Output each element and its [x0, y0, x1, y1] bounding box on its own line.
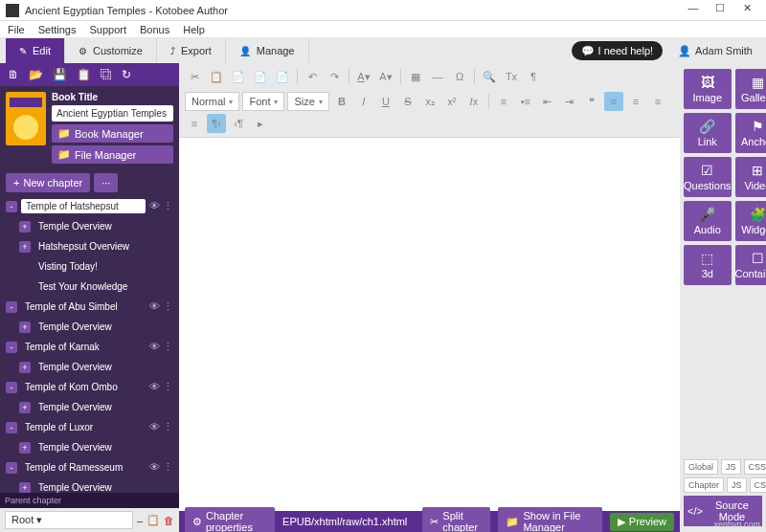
global-tab[interactable]: Global: [684, 459, 718, 475]
italic-icon[interactable]: I: [354, 92, 373, 111]
tab-export[interactable]: ⤴Export: [157, 38, 226, 63]
tree-node[interactable]: +Temple Overview: [4, 437, 175, 457]
more-icon[interactable]: ⋮: [163, 381, 173, 393]
help-button[interactable]: 💬I need help!: [572, 41, 664, 60]
align-left-icon[interactable]: ≡: [604, 92, 623, 111]
collapse-icon[interactable]: –: [137, 515, 143, 526]
tree-node[interactable]: Test Your Knowledge: [4, 277, 175, 297]
bold-icon[interactable]: B: [332, 92, 351, 111]
numbered-list-icon[interactable]: ≡: [494, 92, 513, 111]
user-menu[interactable]: 👤Adam Smith: [670, 38, 760, 63]
expand-icon[interactable]: +: [19, 221, 31, 233]
more-toolbar-icon[interactable]: ▸: [251, 114, 270, 133]
more-icon[interactable]: ⋮: [163, 341, 173, 353]
tree-node[interactable]: +Hatshepsut Overview: [4, 236, 175, 256]
insert-audio-button[interactable]: 🎤Audio: [684, 201, 732, 241]
content-editor[interactable]: [179, 138, 680, 511]
book-manager-button[interactable]: 📁Book Manager: [52, 124, 173, 143]
refresh-icon[interactable]: ↻: [122, 68, 131, 81]
tree-node[interactable]: -Temple of Abu Simbel👁⋮: [4, 297, 175, 317]
eye-icon[interactable]: 👁: [149, 461, 160, 474]
tree-node[interactable]: -Temple of Kom Ombo👁⋮: [4, 377, 175, 397]
root-select[interactable]: Root ▾: [5, 511, 133, 529]
menu-settings[interactable]: Settings: [38, 24, 77, 35]
expand-icon[interactable]: -: [6, 382, 17, 393]
insert-3d-button[interactable]: ⬚3d: [684, 245, 732, 285]
outdent-icon[interactable]: ⇤: [538, 92, 557, 111]
chapter-js[interactable]: JS: [727, 477, 747, 493]
close-button[interactable]: ✕: [733, 2, 760, 19]
chapter-properties-button[interactable]: ⚙Chapter properties: [185, 507, 275, 532]
menu-support[interactable]: Support: [89, 24, 126, 35]
eye-icon[interactable]: 👁: [149, 421, 160, 433]
find-icon[interactable]: 🔍: [480, 67, 499, 86]
copy-icon[interactable]: 📋: [207, 67, 226, 86]
new-file-icon[interactable]: 🗎: [8, 68, 19, 81]
insert-gallery-button[interactable]: ▦Gallery: [735, 69, 766, 109]
copy-tree-icon[interactable]: 📋: [146, 514, 160, 526]
font-select[interactable]: Font: [242, 92, 284, 111]
undo-icon[interactable]: ↶: [303, 67, 322, 86]
expand-icon[interactable]: -: [6, 462, 17, 474]
minimize-button[interactable]: —: [680, 2, 707, 19]
table-icon[interactable]: ▦: [406, 67, 425, 86]
bg-color-icon[interactable]: A▾: [376, 67, 395, 86]
tree-node[interactable]: +Temple Overview: [4, 216, 175, 236]
eye-icon[interactable]: 👁: [149, 300, 160, 313]
align-center-icon[interactable]: ≡: [626, 92, 645, 111]
split-chapter-button[interactable]: ✂Split chapter: [422, 507, 490, 532]
expand-icon[interactable]: +: [19, 442, 31, 454]
tree-node[interactable]: -Temple of Karnak👁⋮: [4, 337, 175, 357]
expand-icon[interactable]: -: [6, 422, 17, 433]
preview-button[interactable]: ▶Preview: [610, 513, 674, 531]
global-css[interactable]: CSS: [744, 459, 766, 475]
expand-icon[interactable]: -: [6, 342, 17, 353]
insert-image-button[interactable]: 🖼Image: [684, 69, 732, 109]
tree-node[interactable]: +Temple Overview: [4, 397, 175, 417]
new-chapter-button[interactable]: +New chapter: [6, 173, 90, 192]
book-title-input[interactable]: Ancient Egyptian Temples: [52, 105, 173, 122]
blockquote-icon[interactable]: ❝: [582, 92, 601, 111]
more-icon[interactable]: ⋮: [163, 200, 173, 212]
superscript-icon[interactable]: x²: [442, 92, 462, 111]
rtl-icon[interactable]: ‹¶: [229, 114, 248, 133]
size-select[interactable]: Size: [287, 92, 328, 111]
expand-icon[interactable]: +: [19, 402, 31, 413]
paste-word-icon[interactable]: 📄: [273, 67, 292, 86]
subscript-icon[interactable]: x₂: [420, 92, 439, 111]
tree-node[interactable]: -Temple of Ramesseum👁⋮: [4, 457, 175, 477]
delete-icon[interactable]: 🗑: [164, 515, 174, 526]
menu-help[interactable]: Help: [183, 24, 205, 35]
chapter-tab[interactable]: Chapter: [684, 477, 724, 493]
tree-node[interactable]: Visting Today!: [4, 256, 175, 277]
menu-file[interactable]: File: [8, 24, 25, 35]
eye-icon[interactable]: 👁: [149, 381, 160, 393]
clear-format-icon[interactable]: Ix: [464, 92, 484, 111]
expand-icon[interactable]: +: [19, 482, 31, 494]
paste-text-icon[interactable]: 📄: [251, 67, 270, 86]
insert-container-button[interactable]: ☐Container: [735, 245, 766, 285]
tree-node[interactable]: +Temple Overview: [4, 317, 175, 337]
file-manager-button[interactable]: 📁File Manager: [52, 145, 173, 164]
insert-link-button[interactable]: 🔗Link: [684, 113, 732, 153]
chapter-css[interactable]: CSS: [750, 477, 766, 493]
text-color-icon[interactable]: A▾: [354, 67, 373, 86]
ltr-icon[interactable]: ¶›: [207, 114, 226, 133]
tab-customize[interactable]: ⚙Customize: [65, 38, 157, 63]
show-in-file-manager-button[interactable]: 📁Show in File Manager: [498, 507, 601, 532]
tree-node[interactable]: +Temple Overview: [4, 357, 175, 377]
paste-icon[interactable]: 📄: [229, 67, 248, 86]
tree-node[interactable]: +Temple Overview: [4, 477, 175, 493]
bullet-list-icon[interactable]: •≡: [516, 92, 535, 111]
save-icon[interactable]: 💾: [53, 68, 67, 81]
style-select[interactable]: Normal: [185, 92, 239, 111]
expand-icon[interactable]: -: [6, 301, 17, 313]
hr-icon[interactable]: —: [428, 67, 447, 86]
show-blocks-icon[interactable]: ¶: [524, 67, 543, 86]
eye-icon[interactable]: 👁: [149, 341, 160, 353]
copy-icon[interactable]: 📋: [77, 68, 91, 81]
align-justify-icon[interactable]: ≡: [185, 114, 204, 133]
underline-icon[interactable]: U: [376, 92, 395, 111]
redo-icon[interactable]: ↷: [325, 67, 344, 86]
special-char-icon[interactable]: Ω: [450, 67, 469, 86]
